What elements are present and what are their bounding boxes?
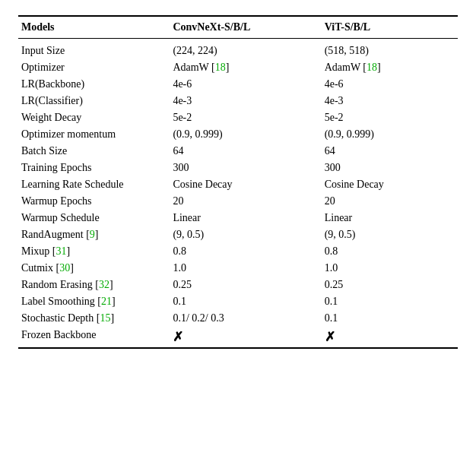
row-val1: 1.0 xyxy=(170,260,321,277)
row-val2: 20 xyxy=(322,193,458,210)
settings-table: Models ConvNeXt-S/B/L ViT-S/B/L Input Si… xyxy=(18,15,458,349)
table-row: LR(Backbone)4e-64e-6 xyxy=(18,76,458,93)
row-val2: 5e-2 xyxy=(322,109,458,126)
row-label: Learning Rate Schedule xyxy=(18,176,170,193)
col-header-models: Models xyxy=(18,16,170,39)
row-val2: 4e-3 xyxy=(322,93,458,109)
table-row: Random Erasing [32]0.250.25 xyxy=(18,277,458,293)
row-val1: ✗ xyxy=(170,327,321,348)
row-label: Warmup Schedule xyxy=(18,210,170,226)
row-val1: Linear xyxy=(170,210,321,226)
row-val2: 64 xyxy=(322,143,458,160)
row-val2: 4e-6 xyxy=(322,76,458,93)
table-row: LR(Classifier)4e-34e-3 xyxy=(18,93,458,109)
table-row: Cutmix [30]1.01.0 xyxy=(18,260,458,277)
table-row: Stochastic Depth [15]0.1/ 0.2/ 0.30.1 xyxy=(18,310,458,327)
col-header-vit: ViT-S/B/L xyxy=(322,16,458,39)
row-val1: 0.1 xyxy=(170,293,321,310)
row-label: Optimizer xyxy=(18,59,170,76)
table-container: Models ConvNeXt-S/B/L ViT-S/B/L Input Si… xyxy=(18,15,458,349)
row-val2: (9, 0.5) xyxy=(322,226,458,243)
table-row: Label Smoothing [21]0.10.1 xyxy=(18,293,458,310)
row-val1: 5e-2 xyxy=(170,109,321,126)
row-val1: (224, 224) xyxy=(170,39,321,60)
table-row: Training Epochs300300 xyxy=(18,160,458,176)
row-label: Label Smoothing [21] xyxy=(18,293,170,310)
row-label: Cutmix [30] xyxy=(18,260,170,277)
row-val2: 0.25 xyxy=(322,277,458,293)
row-val1: 20 xyxy=(170,193,321,210)
row-val2: Cosine Decay xyxy=(322,176,458,193)
table-row: Input Size(224, 224)(518, 518) xyxy=(18,39,458,60)
table-row: Optimizer momentum(0.9, 0.999)(0.9, 0.99… xyxy=(18,126,458,143)
row-val2: (518, 518) xyxy=(322,39,458,60)
table-row: Frozen Backbone✗✗ xyxy=(18,327,458,348)
row-val1: 4e-3 xyxy=(170,93,321,109)
table-row: Warmup Epochs2020 xyxy=(18,193,458,210)
table-row: Learning Rate ScheduleCosine DecayCosine… xyxy=(18,176,458,193)
row-label: RandAugment [9] xyxy=(18,226,170,243)
row-label: Frozen Backbone xyxy=(18,327,170,348)
row-val1: 0.25 xyxy=(170,277,321,293)
row-val2: 0.1 xyxy=(322,310,458,327)
row-val1: (9, 0.5) xyxy=(170,226,321,243)
table-header-row: Models ConvNeXt-S/B/L ViT-S/B/L xyxy=(18,16,458,39)
row-val1: 64 xyxy=(170,143,321,160)
row-val2: (0.9, 0.999) xyxy=(322,126,458,143)
table-row: Mixup [31]0.80.8 xyxy=(18,243,458,260)
row-label: Random Erasing [32] xyxy=(18,277,170,293)
row-val1: (0.9, 0.999) xyxy=(170,126,321,143)
row-val2: 0.8 xyxy=(322,243,458,260)
row-val2: ✗ xyxy=(322,327,458,348)
row-val2: Linear xyxy=(322,210,458,226)
row-val2: AdamW [18] xyxy=(322,59,458,76)
row-label: Mixup [31] xyxy=(18,243,170,260)
table-row: Weight Decay5e-25e-2 xyxy=(18,109,458,126)
row-val2: 0.1 xyxy=(322,293,458,310)
table-row: OptimizerAdamW [18]AdamW [18] xyxy=(18,59,458,76)
row-val1: 0.8 xyxy=(170,243,321,260)
row-label: Input Size xyxy=(18,39,170,60)
row-val2: 300 xyxy=(322,160,458,176)
table-row: Batch Size6464 xyxy=(18,143,458,160)
row-val1: AdamW [18] xyxy=(170,59,321,76)
row-val2: 1.0 xyxy=(322,260,458,277)
row-label: Stochastic Depth [15] xyxy=(18,310,170,327)
row-label: Batch Size xyxy=(18,143,170,160)
row-label: Weight Decay xyxy=(18,109,170,126)
row-val1: 0.1/ 0.2/ 0.3 xyxy=(170,310,321,327)
row-label: Optimizer momentum xyxy=(18,126,170,143)
table-row: RandAugment [9](9, 0.5)(9, 0.5) xyxy=(18,226,458,243)
table-row: Warmup ScheduleLinearLinear xyxy=(18,210,458,226)
row-val1: 4e-6 xyxy=(170,76,321,93)
row-label: Training Epochs xyxy=(18,160,170,176)
row-label: LR(Classifier) xyxy=(18,93,170,109)
row-val1: 300 xyxy=(170,160,321,176)
col-header-convnext: ConvNeXt-S/B/L xyxy=(170,16,321,39)
row-label: Warmup Epochs xyxy=(18,193,170,210)
row-label: LR(Backbone) xyxy=(18,76,170,93)
row-val1: Cosine Decay xyxy=(170,176,321,193)
